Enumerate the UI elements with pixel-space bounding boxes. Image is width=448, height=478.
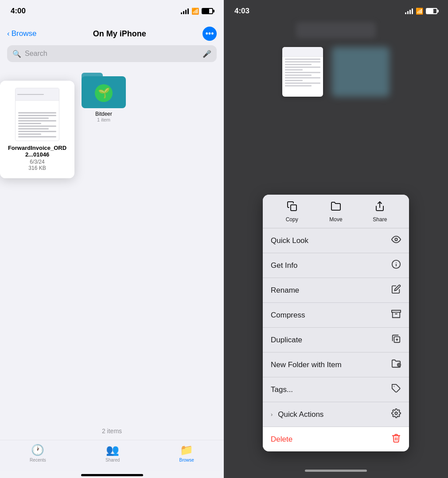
tab-browse[interactable]: 📁 Browse bbox=[179, 444, 194, 462]
folder-logo-icon: 🌱 bbox=[95, 84, 113, 102]
svg-rect-6 bbox=[392, 310, 401, 313]
right-status-bar: 4:03 📶 bbox=[224, 0, 448, 22]
info-icon bbox=[391, 259, 401, 271]
copy-action-button[interactable]: Copy bbox=[270, 201, 314, 223]
nav-bar: ‹ Browse On My iPhone ••• bbox=[0, 22, 224, 45]
left-status-bar: 4:00 📶 bbox=[0, 0, 224, 22]
svg-point-15 bbox=[395, 412, 397, 415]
file-preview-image bbox=[15, 88, 59, 141]
folder-item-count: 1 item bbox=[97, 117, 110, 122]
file-tooltip-name: ForwardInvoice_ORD2...01046 bbox=[7, 145, 67, 158]
new-folder-label: New Folder with Item bbox=[271, 360, 342, 369]
search-bar[interactable]: 🔍 Search 🎤 bbox=[7, 45, 217, 62]
wifi-icon: 📶 bbox=[191, 8, 199, 15]
compress-label: Compress bbox=[271, 311, 305, 320]
menu-item-quick-look[interactable]: Quick Look bbox=[263, 228, 409, 253]
folder-name: Bitdeer bbox=[95, 111, 112, 117]
share-action-button[interactable]: Share bbox=[358, 201, 402, 223]
left-status-time: 4:00 bbox=[11, 7, 26, 16]
items-count: 2 items bbox=[0, 427, 224, 435]
right-battery-icon bbox=[426, 8, 437, 14]
move-action-button[interactable]: Move bbox=[314, 201, 358, 223]
shared-icon: 👥 bbox=[106, 444, 119, 456]
tab-bar: 🕐 Recents 👥 Shared 📁 Browse bbox=[0, 440, 224, 471]
recents-icon: 🕐 bbox=[31, 444, 44, 456]
search-input[interactable]: Search bbox=[25, 50, 199, 58]
browse-icon: 📁 bbox=[180, 444, 193, 456]
svg-rect-0 bbox=[291, 205, 296, 211]
menu-item-compress[interactable]: Compress bbox=[263, 303, 409, 328]
right-panel: 4:03 📶 bbox=[224, 0, 448, 478]
back-button[interactable]: ‹ Browse bbox=[7, 29, 36, 38]
get-info-label: Get Info bbox=[271, 261, 297, 270]
preview-blur-box bbox=[332, 47, 390, 97]
mic-icon[interactable]: 🎤 bbox=[203, 50, 211, 58]
duplicate-label: Duplicate bbox=[271, 336, 302, 345]
right-status-time: 4:03 bbox=[234, 7, 249, 16]
page-title: On My iPhone bbox=[36, 29, 203, 39]
gear-icon bbox=[391, 408, 401, 420]
tags-label: Tags... bbox=[271, 385, 293, 394]
chevron-left-icon: ‹ bbox=[7, 29, 10, 38]
archive-icon bbox=[391, 309, 401, 321]
right-home-indicator bbox=[305, 470, 367, 472]
rename-label: Rename bbox=[271, 286, 299, 295]
right-status-icons: 📶 bbox=[405, 8, 437, 15]
signal-icon bbox=[181, 8, 189, 14]
share-icon bbox=[374, 201, 385, 214]
tab-shared-label: Shared bbox=[105, 458, 120, 462]
context-actions-row: Copy Move Share bbox=[263, 195, 409, 228]
menu-item-get-info[interactable]: Get Info bbox=[263, 253, 409, 278]
quick-actions-label: Quick Actions bbox=[278, 410, 323, 419]
menu-item-duplicate[interactable]: Duplicate bbox=[263, 328, 409, 353]
menu-item-delete[interactable]: Delete bbox=[263, 427, 409, 451]
chevron-right-icon: › bbox=[271, 411, 273, 418]
tab-browse-label: Browse bbox=[179, 458, 194, 462]
file-tooltip-size: 316 KB bbox=[28, 165, 46, 171]
move-icon bbox=[331, 201, 341, 214]
file-grid: ForwardInvoice_ORD2...01046 6/3/24 316 K… bbox=[0, 67, 224, 126]
tab-recents[interactable]: 🕐 Recents bbox=[30, 444, 46, 462]
more-button[interactable]: ••• bbox=[203, 27, 217, 41]
context-menu: Copy Move Share bbox=[263, 195, 409, 451]
more-icon: ••• bbox=[206, 29, 214, 39]
menu-item-new-folder-with-item[interactable]: New Folder with Item bbox=[263, 353, 409, 377]
folder-item-bitdeer[interactable]: 🌱 Bitdeer 1 item bbox=[82, 71, 126, 122]
right-wifi-icon: 📶 bbox=[416, 8, 423, 15]
blurred-filename bbox=[296, 22, 376, 38]
tab-shared[interactable]: 👥 Shared bbox=[105, 444, 120, 462]
copy-icon bbox=[287, 201, 297, 214]
folder-badge-plus-icon bbox=[391, 359, 401, 371]
menu-item-quick-actions[interactable]: › Quick Actions bbox=[263, 402, 409, 427]
copy-label: Copy bbox=[286, 216, 298, 223]
right-signal-icon bbox=[405, 8, 413, 14]
left-status-icons: 📶 bbox=[181, 8, 213, 15]
battery-icon bbox=[202, 8, 213, 14]
search-icon: 🔍 bbox=[12, 50, 21, 58]
pencil-icon bbox=[391, 284, 401, 296]
duplicate-icon bbox=[391, 334, 401, 346]
delete-label: Delete bbox=[271, 435, 292, 444]
left-panel: 4:00 📶 ‹ Browse On My iPhone ••• 🔍 Sear bbox=[0, 0, 224, 478]
quick-look-label: Quick Look bbox=[271, 236, 308, 245]
folder-icon: 🌱 bbox=[82, 71, 126, 108]
menu-item-tags[interactable]: Tags... bbox=[263, 377, 409, 402]
tab-recents-label: Recents bbox=[30, 458, 46, 462]
eye-icon bbox=[391, 235, 401, 247]
file-tooltip-date: 6/3/24 bbox=[30, 159, 44, 165]
home-indicator bbox=[81, 474, 143, 476]
menu-item-rename[interactable]: Rename bbox=[263, 278, 409, 303]
right-preview-area bbox=[224, 43, 448, 106]
document-preview-card bbox=[282, 47, 323, 97]
share-label: Share bbox=[373, 216, 387, 223]
move-label: Move bbox=[329, 216, 342, 223]
back-label: Browse bbox=[12, 29, 37, 38]
trash-icon bbox=[391, 433, 401, 445]
file-tooltip-card[interactable]: ForwardInvoice_ORD2...01046 6/3/24 316 K… bbox=[0, 81, 74, 178]
svg-point-2 bbox=[395, 238, 397, 241]
tag-icon bbox=[391, 384, 401, 396]
bottom-section: 2 items 🕐 Recents 👥 Shared 📁 Browse bbox=[0, 427, 224, 478]
